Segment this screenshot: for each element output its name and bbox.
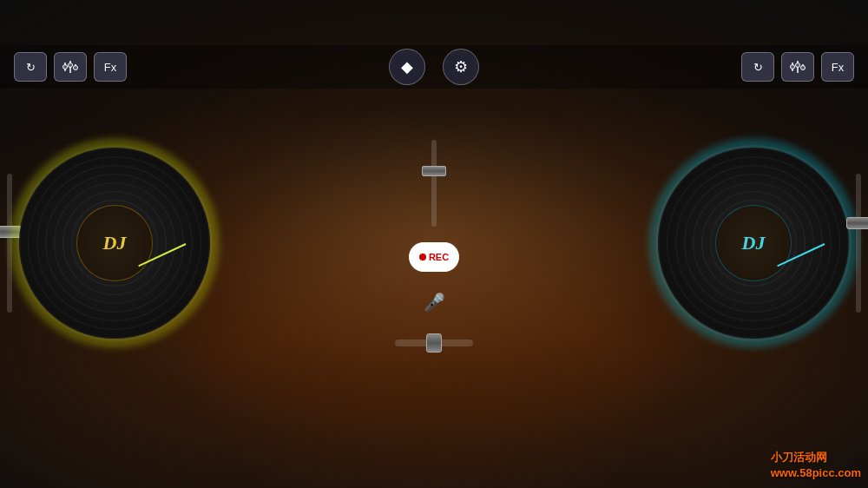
deck-area: DJ REC 🎤 — [0, 89, 868, 397]
right-dj-label: DJ — [742, 232, 766, 254]
watermark: 小刀活动网 www.58picc.com — [771, 450, 861, 481]
svg-point-11 — [801, 66, 806, 70]
rec-dot-icon — [419, 254, 426, 260]
center-mixer: REC 🎤 — [391, 140, 477, 346]
left-deck: DJ — [7, 148, 210, 339]
right-turntable[interactable]: DJ — [658, 148, 849, 339]
svg-point-5 — [74, 66, 78, 70]
eq-button-left[interactable] — [54, 52, 87, 82]
right-slider[interactable] — [856, 165, 861, 321]
controls-bar: ↻ Fx ◆ ⚙ ↻ — [0, 45, 868, 89]
right-deck: DJ — [658, 148, 861, 339]
mic-button[interactable]: 🎤 — [418, 286, 450, 319]
center-fader-vertical[interactable] — [431, 140, 437, 227]
right-controls-bar: ↻ Fx — [741, 52, 854, 82]
svg-point-10 — [796, 63, 800, 68]
crossfader[interactable] — [395, 340, 473, 346]
fx-button-left[interactable]: Fx — [94, 52, 127, 82]
loop-button-left[interactable]: ↻ — [14, 52, 47, 82]
left-turntable[interactable]: DJ — [19, 148, 210, 339]
svg-point-3 — [63, 65, 68, 69]
diamond-button[interactable]: ◆ — [389, 49, 425, 85]
loop-button-right[interactable]: ↻ — [741, 52, 774, 82]
svg-point-9 — [791, 65, 795, 69]
fx-button-right[interactable]: Fx — [821, 52, 854, 82]
gear-button[interactable]: ⚙ — [443, 49, 479, 85]
left-dj-label: DJ — [103, 232, 127, 254]
svg-point-4 — [69, 63, 73, 68]
eq-button-right[interactable] — [781, 52, 814, 82]
center-icons: ◆ ⚙ — [389, 49, 479, 85]
rec-button[interactable]: REC — [409, 242, 459, 272]
